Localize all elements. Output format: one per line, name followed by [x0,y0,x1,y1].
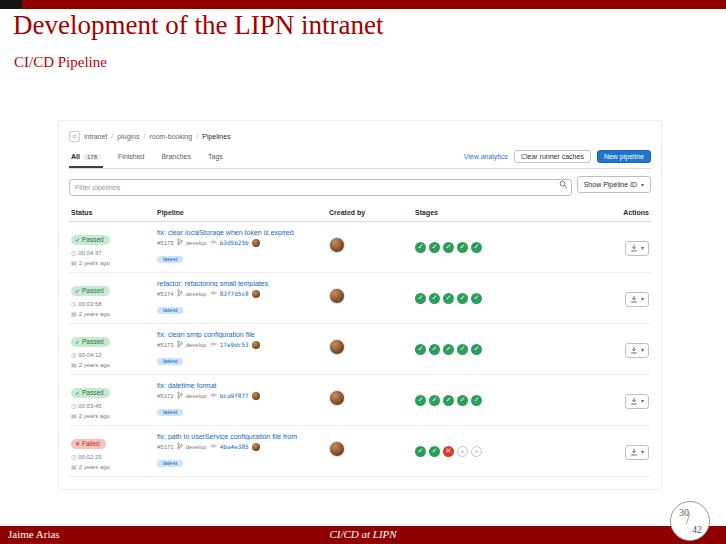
pipeline-id-link[interactable]: #5171 [157,444,174,450]
stage-passed-icon[interactable]: ✓ [429,395,440,406]
status-badge[interactable]: ✓ Passed [71,388,110,398]
branch-link[interactable]: develop [186,240,207,246]
commit-title-link[interactable]: fix: clean smtp configuration file [157,331,323,338]
branch-link[interactable]: develop [186,342,207,348]
stage-passed-icon[interactable]: ✓ [457,293,468,304]
commit-author-avatar[interactable] [252,392,260,400]
show-pipeline-id-label: Show Pipeline ID [584,181,637,188]
download-artifacts-button[interactable]: ▾ [625,241,649,256]
breadcrumb-project[interactable]: room-booking [149,133,192,140]
actions-cell: ▾ [583,391,649,409]
stage-failed-icon[interactable]: ✕ [443,446,454,457]
stage-passed-icon[interactable]: ✓ [443,293,454,304]
new-pipeline-button[interactable]: New pipeline [597,150,651,163]
view-analytics-link[interactable]: View analytics [464,153,508,160]
search-icon[interactable] [559,180,568,189]
commit-sha-link[interactable]: 4ba4e385 [220,443,249,450]
commit-title-link[interactable]: fix: path to userService configuration f… [157,433,323,440]
download-artifacts-button[interactable]: ▾ [625,292,649,307]
commit-title-link[interactable]: fix: clear localStorage when token is ex… [157,229,323,236]
download-icon [630,244,638,252]
branch-link[interactable]: develop [186,444,207,450]
tab-tags-label: Tags [208,153,223,160]
stage-passed-icon[interactable]: ✓ [415,395,426,406]
duration-line: ◷ 00:04:37 [71,249,157,256]
commit-author-avatar[interactable] [252,341,260,349]
stage-skipped-icon[interactable]: » [471,446,482,457]
created-by-avatar[interactable] [329,288,345,304]
breadcrumb-separator: / [111,133,113,140]
stage-passed-icon[interactable]: ✓ [429,446,440,457]
commit-sha-link[interactable]: b3d5b25b [220,239,249,246]
clear-runner-caches-button[interactable]: Clear runner caches [514,150,591,163]
breadcrumb-subgroup[interactable]: plugins [117,133,139,140]
tab-all[interactable]: All 178 [69,145,103,168]
stage-passed-icon[interactable]: ✓ [443,395,454,406]
timer-icon: ◷ [71,249,76,256]
pipeline-id-link[interactable]: #5173 [157,342,174,348]
stage-passed-icon[interactable]: ✓ [415,242,426,253]
tab-branches-label: Branches [161,153,191,160]
breadcrumb-separator: / [144,133,146,140]
commit-author-avatar[interactable] [252,443,260,451]
pipeline-id-link[interactable]: #5172 [157,393,174,399]
stage-passed-icon[interactable]: ✓ [429,293,440,304]
tab-branches[interactable]: Branches [159,145,193,168]
status-label: Passed [82,338,104,345]
stage-passed-icon[interactable]: ✓ [457,395,468,406]
stage-passed-icon[interactable]: ✓ [471,242,482,253]
stage-passed-icon[interactable]: ✓ [415,344,426,355]
stage-passed-icon[interactable]: ✓ [457,242,468,253]
stage-passed-icon[interactable]: ✓ [471,293,482,304]
download-artifacts-button[interactable]: ▾ [625,343,649,358]
slide-page-number: 30 / 42 [670,501,710,541]
pipeline-id-link[interactable]: #5174 [157,291,174,297]
status-badge[interactable]: ✓ Passed [71,235,110,245]
stage-passed-icon[interactable]: ✓ [415,446,426,457]
commit-author-avatar[interactable] [252,239,260,247]
branch-link[interactable]: develop [186,393,207,399]
filter-pipelines-input[interactable] [69,179,572,196]
breadcrumb-group[interactable]: intranet [84,133,107,140]
stage-passed-icon[interactable]: ✓ [457,344,468,355]
chevron-down-icon: ▾ [641,182,644,188]
pipeline-id-link[interactable]: #5175 [157,240,174,246]
duration-line: ◷ 00:03:45 [71,402,157,409]
download-artifacts-button[interactable]: ▾ [625,394,649,409]
stage-passed-icon[interactable]: ✓ [471,344,482,355]
stage-passed-icon[interactable]: ✓ [471,395,482,406]
stage-passed-icon[interactable]: ✓ [429,242,440,253]
stage-passed-icon[interactable]: ✓ [443,242,454,253]
status-badge[interactable]: ✕ Failed [71,439,106,449]
calendar-icon: ▤ [71,412,77,419]
stage-passed-icon[interactable]: ✓ [443,344,454,355]
status-badge[interactable]: ✓ Passed [71,286,110,296]
created-by-avatar[interactable] [329,339,345,355]
created-by-avatar[interactable] [329,390,345,406]
calendar-icon: ▤ [71,259,77,266]
show-pipeline-id-dropdown[interactable]: Show Pipeline ID ▾ [577,176,651,193]
tab-finished[interactable]: Finished [116,145,146,168]
status-badge[interactable]: ✓ Passed [71,337,110,347]
stage-skipped-icon[interactable]: » [457,446,468,457]
commit-author-avatar[interactable] [252,290,260,298]
commit-title-link[interactable]: refactor: refactoring small templates [157,280,323,287]
commit-sha-link[interactable]: 83f7d5c8 [220,290,249,297]
branch-link[interactable]: develop [186,291,207,297]
pipeline-cell: refactor: refactoring small templates #5… [157,280,329,317]
pipeline-row: ✓ Passed ◷ 00:04:12 ▤ 2 years ago fix: c… [69,324,651,375]
page-title: Development of the LIPN intranet [13,10,383,41]
download-artifacts-button[interactable]: ▾ [625,445,649,460]
commit-sha-link[interactable]: 17e9dc53 [220,341,249,348]
commit-title-link[interactable]: fix: datetime format [157,382,323,389]
download-icon [630,295,638,303]
created-by-avatar[interactable] [329,441,345,457]
stage-passed-icon[interactable]: ✓ [429,344,440,355]
pipeline-age: 2 years ago [79,260,110,266]
stages: ✓✓✓✓✓ [415,242,583,253]
tab-tags[interactable]: Tags [206,145,225,168]
created-by-avatar[interactable] [329,237,345,253]
stage-passed-icon[interactable]: ✓ [415,293,426,304]
commit-sha-link[interactable]: bca9f877 [220,392,249,399]
breadcrumb-separator: / [196,133,198,140]
